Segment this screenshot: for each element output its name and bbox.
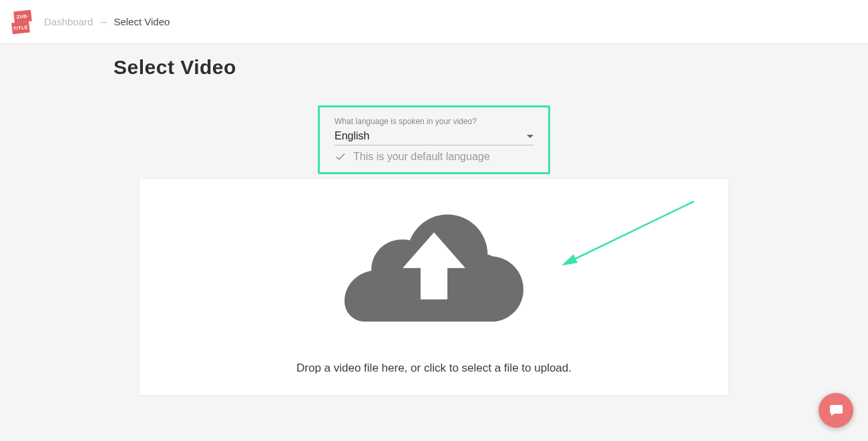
language-default-hint: This is your default language xyxy=(335,151,533,163)
language-prompt-label: What language is spoken in your video? xyxy=(335,117,533,126)
breadcrumb: Dashboard → Select Video xyxy=(44,16,170,27)
logo[interactable]: ZUB- TITLE xyxy=(12,10,32,34)
chevron-down-icon xyxy=(527,135,533,138)
check-icon xyxy=(335,151,347,163)
page-title: Select Video xyxy=(114,56,737,79)
help-chat-button[interactable] xyxy=(819,393,853,428)
annotation-arrow-icon xyxy=(554,199,700,272)
svg-line-0 xyxy=(568,201,694,262)
language-default-text: This is your default language xyxy=(353,151,490,163)
language-dropdown[interactable]: English xyxy=(335,130,533,145)
upload-instruction-text: Drop a video file here, or click to sele… xyxy=(153,362,715,375)
language-selected-value: English xyxy=(335,130,369,142)
svg-marker-1 xyxy=(562,254,578,266)
main-area: Select Video What language is spoken in … xyxy=(0,44,868,396)
upload-dropzone[interactable]: Drop a video file here, or click to sele… xyxy=(139,178,729,396)
cloud-upload-icon xyxy=(345,205,523,322)
logo-text-bottom: TITLE xyxy=(11,21,30,34)
language-selector-box: What language is spoken in your video? E… xyxy=(318,105,550,174)
breadcrumb-current: Select Video xyxy=(114,16,170,27)
breadcrumb-dashboard-link[interactable]: Dashboard xyxy=(44,16,93,27)
content-column: Select Video What language is spoken in … xyxy=(131,44,737,396)
chat-bubble-icon xyxy=(828,402,844,418)
breadcrumb-separator-icon: → xyxy=(98,16,108,27)
topbar: ZUB- TITLE Dashboard → Select Video xyxy=(0,0,868,44)
logo-text-top: ZUB- xyxy=(13,9,32,23)
